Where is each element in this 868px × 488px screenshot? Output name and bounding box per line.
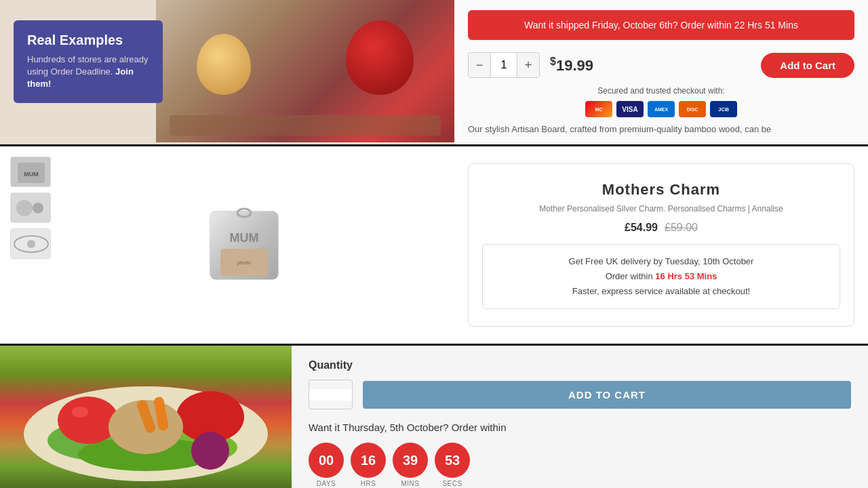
food-product-image (0, 346, 292, 488)
add-to-cart-large-button[interactable]: ADD TO CART (363, 381, 851, 409)
countdown-hrs-label: HRS (361, 480, 376, 487)
quantity-decrease-button[interactable]: − (469, 53, 490, 77)
order-within-label: Order within (606, 271, 653, 281)
quantity-add-row: ▲ ▼ ADD TO CART (309, 380, 851, 409)
thumbnail-2[interactable] (10, 192, 51, 223)
visa-icon: VISA (616, 101, 644, 117)
cutting-board-icon (170, 115, 441, 136)
quantity-control[interactable]: − + (468, 52, 540, 78)
svg-text:photo: photo (237, 260, 252, 266)
product-description: Our stylish Artisan Board, crafted from … (468, 124, 854, 134)
countdown-hrs: 16 HRS (351, 443, 386, 487)
want-it-text: Want it Thursday, 5th October? Order wit… (309, 422, 851, 433)
quantity-input[interactable] (490, 53, 517, 77)
svg-point-8 (27, 240, 35, 248)
amex-icon: AMEX (648, 101, 675, 117)
mum-charm-visual: MUM photo (170, 184, 332, 306)
section3-food-image (0, 346, 292, 488)
charm-original-price: £59.00 (665, 222, 698, 234)
countdown-days-label: DAYS (317, 480, 336, 487)
svg-point-19 (58, 396, 119, 444)
price-symbol: $ (550, 56, 556, 67)
product-price: $19.99 (550, 56, 593, 75)
delivery-text: Get Free UK delivery by Tuesday, 10th Oc… (492, 254, 830, 269)
svg-point-24 (191, 432, 229, 470)
section3: Quantity ▲ ▼ ADD TO CART Want it Thursda… (0, 346, 868, 488)
charm-subtitle: Mother Personalised Silver Charm. Person… (482, 204, 840, 214)
charm-price-row: £54.99 £59.00 (482, 222, 840, 234)
countdown-secs-label: SECS (442, 480, 462, 487)
section1: Real Examples Hundreds of stores are alr… (0, 0, 868, 146)
delivery-info-box: Get Free UK delivery by Tuesday, 10th Oc… (482, 244, 840, 309)
quantity-label: Quantity (309, 359, 851, 371)
purchase-row: − + $19.99 Add to Cart (468, 52, 854, 78)
countdown-mins-label: MINS (401, 480, 420, 487)
promo-box: Real Examples Hundreds of stores are alr… (14, 20, 163, 103)
quantity-increase-button[interactable]: + (517, 53, 539, 77)
section2-left-panel: MUM (0, 146, 454, 344)
add-to-cart-button[interactable]: Add to Cart (761, 53, 854, 78)
countdown-days-value: 00 (309, 443, 344, 478)
secure-checkout-label: Secured and trusted checkout with: (468, 86, 854, 96)
countdown-row: 00 DAYS 16 HRS 39 MINS 53 SECS (309, 443, 851, 487)
charm-title: Mothers Charm (482, 181, 840, 199)
mastercard-icon: MC (585, 101, 612, 117)
countdown-mins: 39 MINS (393, 443, 428, 487)
promo-title: Real Examples (27, 33, 149, 48)
svg-text:MUM: MUM (24, 171, 39, 178)
svg-text:MUM: MUM (230, 231, 259, 245)
apple-cut-icon (197, 34, 251, 95)
countdown-secs-value: 53 (435, 443, 470, 478)
charm-current-price: £54.99 (625, 222, 658, 234)
thumbnail-1[interactable]: MUM (10, 157, 51, 187)
countdown-hrs-value: 16 (351, 443, 386, 478)
countdown-days: 00 DAYS (309, 443, 344, 487)
quantity-spinner-input[interactable] (309, 389, 353, 401)
express-text: Faster, express service available at che… (492, 284, 830, 299)
payment-icons-row: MC VISA AMEX DISC JCB (468, 101, 854, 117)
shipping-banner: Want it shipped Friday, October 6th? Ord… (468, 10, 854, 40)
thumbnail-3[interactable] (10, 228, 51, 259)
svg-point-25 (72, 407, 88, 418)
quantity-spinner[interactable]: ▲ ▼ (309, 380, 353, 409)
apple-icon (346, 20, 414, 95)
countdown-secs: 53 SECS (435, 443, 470, 487)
order-time: 16 Hrs 53 Mins (655, 271, 717, 281)
section1-left-panel: Real Examples Hundreds of stores are alr… (0, 0, 454, 144)
discover-icon: DISC (679, 101, 706, 117)
product-image-apples (156, 0, 454, 142)
charm-info-box: Mothers Charm Mother Personalised Silver… (468, 163, 854, 327)
svg-point-4 (16, 200, 33, 216)
countdown-mins-value: 39 (393, 443, 428, 478)
promo-description: Hundreds of stores are already using Ord… (27, 54, 149, 91)
price-number: 19.99 (556, 57, 593, 74)
jcb-icon: JCB (710, 101, 737, 117)
section2: MUM (0, 146, 868, 346)
section1-right-panel: Want it shipped Friday, October 6th? Ord… (454, 0, 868, 144)
order-within-row: Order within 16 Hrs 53 Mins (492, 269, 830, 284)
section2-right-panel: Mothers Charm Mother Personalised Silver… (454, 146, 868, 344)
main-product-image: MUM photo (58, 157, 444, 333)
product-thumbnails: MUM (10, 157, 51, 333)
section3-right-panel: Quantity ▲ ▼ ADD TO CART Want it Thursda… (292, 346, 868, 488)
svg-point-5 (33, 203, 43, 214)
